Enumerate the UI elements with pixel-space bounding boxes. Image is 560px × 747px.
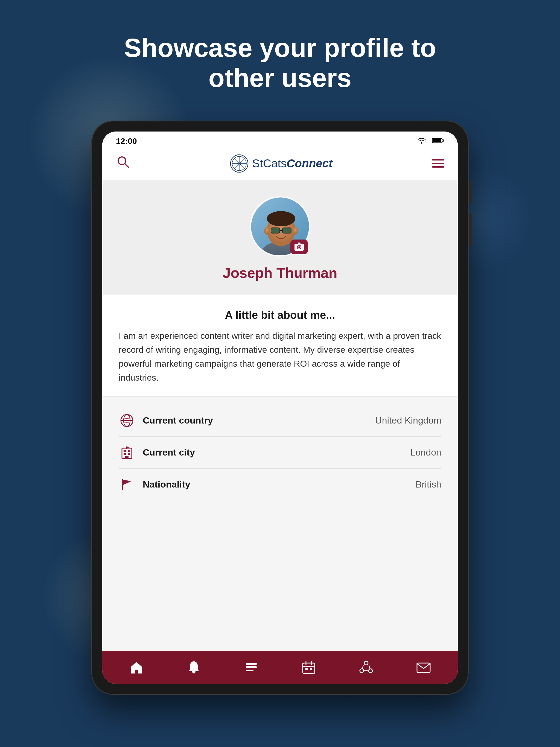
svg-rect-42	[246, 670, 253, 671]
headline: Showcase your profile to other users	[124, 33, 436, 93]
power-button	[469, 181, 472, 203]
nationality-value: British	[416, 479, 441, 490]
search-button[interactable]	[116, 155, 130, 172]
svg-line-4	[125, 163, 128, 168]
mail-icon	[416, 660, 431, 675]
svg-rect-36	[126, 446, 127, 449]
svg-rect-35	[125, 456, 128, 459]
hamburger-line	[432, 159, 444, 160]
svg-rect-22	[283, 228, 291, 233]
status-time: 12:00	[116, 136, 137, 146]
wifi-icon	[416, 136, 428, 146]
city-label: Current city	[143, 447, 410, 458]
profile-name: Joseph Thurman	[223, 265, 337, 281]
svg-rect-34	[128, 453, 130, 455]
avatar-wrapper	[250, 196, 310, 256]
country-label: Current country	[143, 415, 375, 426]
tablet-device: 12:00	[91, 121, 469, 695]
svg-point-17	[267, 211, 295, 226]
about-text: I am an experienced content writer and d…	[119, 329, 441, 385]
svg-rect-48	[310, 668, 312, 670]
svg-point-26	[298, 247, 300, 248]
nav-network[interactable]	[355, 658, 377, 677]
about-title: A little bit about me...	[119, 309, 441, 321]
svg-point-51	[368, 669, 373, 673]
nav-messages[interactable]	[413, 658, 434, 677]
svg-rect-38	[122, 479, 123, 490]
list-icon	[244, 660, 259, 675]
bell-icon	[186, 660, 202, 675]
svg-rect-33	[124, 453, 126, 455]
about-section: A little bit about me... I am an experie…	[102, 295, 458, 396]
camera-badge[interactable]	[290, 239, 308, 254]
network-icon	[358, 660, 374, 675]
status-bar: 12:00	[102, 131, 458, 149]
city-value: London	[410, 447, 441, 458]
volume-button	[469, 213, 472, 247]
globe-icon	[119, 412, 135, 429]
svg-rect-47	[305, 668, 308, 670]
svg-point-0	[421, 142, 423, 144]
info-row-city: Current city London	[119, 437, 441, 469]
profile-section: Joseph Thurman	[102, 180, 458, 295]
menu-button[interactable]	[432, 159, 444, 168]
svg-line-53	[369, 665, 370, 669]
nav-events[interactable]	[298, 658, 320, 677]
svg-rect-31	[124, 450, 126, 452]
svg-point-24	[292, 227, 298, 235]
svg-point-23	[264, 227, 270, 235]
info-section: Current country United Kingdom	[102, 396, 458, 651]
calendar-icon	[301, 660, 316, 675]
hamburger-line	[432, 163, 444, 164]
nav-notifications[interactable]	[183, 658, 205, 677]
nav-home[interactable]	[126, 658, 147, 677]
svg-rect-40	[246, 663, 257, 665]
svg-line-52	[362, 665, 363, 669]
svg-rect-55	[417, 663, 430, 672]
svg-point-49	[364, 661, 368, 665]
logo-text: StCatsConnect	[252, 157, 332, 170]
bottom-nav	[102, 651, 458, 684]
svg-rect-43	[303, 663, 315, 673]
svg-rect-32	[128, 450, 130, 452]
country-value: United Kingdom	[375, 415, 441, 426]
info-row-nationality: Nationality British	[119, 469, 441, 500]
svg-point-50	[360, 669, 364, 673]
home-icon	[129, 660, 144, 675]
svg-rect-41	[246, 666, 257, 668]
battery-icon	[432, 136, 444, 146]
svg-rect-2	[433, 139, 441, 142]
status-icons	[416, 136, 444, 146]
hamburger-line	[432, 166, 444, 168]
flag-icon	[119, 476, 135, 493]
camera-icon	[294, 242, 304, 251]
info-row-country: Current country United Kingdom	[119, 405, 441, 437]
logo-icon	[230, 154, 249, 173]
svg-rect-21	[271, 228, 279, 233]
nav-feed[interactable]	[240, 658, 262, 677]
nationality-label: Nationality	[143, 479, 416, 490]
building-icon	[119, 444, 135, 461]
app-logo: StCatsConnect	[230, 154, 332, 173]
tablet-screen: 12:00	[102, 131, 458, 684]
app-header: StCatsConnect	[102, 149, 458, 180]
